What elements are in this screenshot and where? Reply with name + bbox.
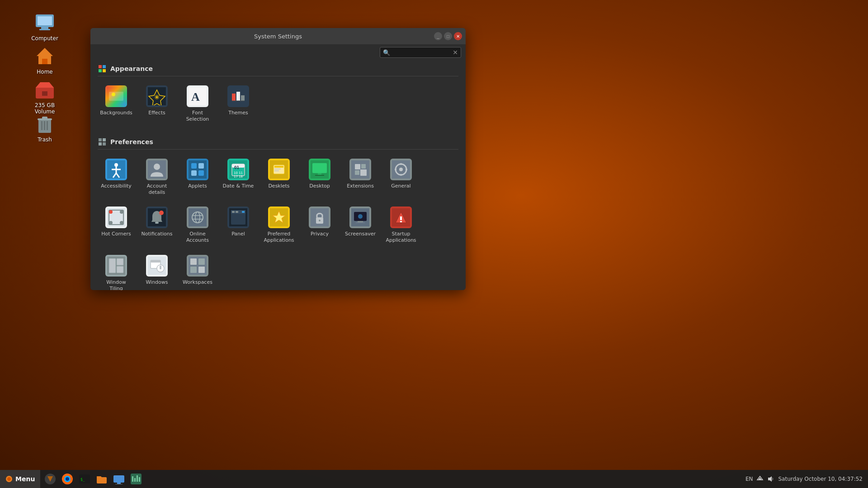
settings-item-font[interactable]: A Font Selection [179, 82, 216, 127]
svg-point-183 [7, 477, 11, 481]
settings-item-windows[interactable]: Windows [138, 251, 175, 290]
settings-item-applets[interactable]: Applets [179, 155, 216, 200]
taskbar-app-terminal[interactable]: $_ [76, 471, 93, 487]
search-clear-icon[interactable]: ✕ [453, 49, 458, 56]
svg-rect-58 [274, 166, 283, 168]
taskbar-app-firefox[interactable] [59, 471, 75, 487]
panel-label: Panel [231, 231, 245, 237]
settings-item-backgrounds[interactable]: Backgrounds [98, 82, 135, 127]
svg-point-79 [109, 210, 113, 214]
extensions-icon [349, 159, 371, 180]
svg-rect-86 [189, 208, 207, 226]
datetime-icon: 01 10 11 17 18 [227, 159, 249, 180]
svg-marker-7 [36, 82, 54, 88]
svg-rect-110 [400, 221, 402, 222]
svg-rect-1 [38, 16, 52, 25]
settings-item-screensaver[interactable]: Screensaver [342, 203, 379, 248]
settings-item-hot-corners[interactable]: Hot Corners [98, 203, 135, 248]
svg-point-104 [358, 214, 363, 219]
settings-item-preferred[interactable]: Preferred Applications [260, 203, 297, 248]
desklets-icon [268, 159, 290, 180]
search-input[interactable] [392, 49, 451, 56]
settings-item-notifications[interactable]: Notifications [138, 203, 175, 248]
window-title: System Settings [254, 33, 302, 40]
svg-rect-124 [198, 267, 205, 273]
svg-rect-30 [236, 92, 240, 101]
preferences-section-icon [98, 137, 107, 146]
svg-rect-112 [109, 258, 116, 273]
svg-rect-35 [99, 142, 102, 145]
settings-item-effects[interactable]: Effects [138, 82, 175, 127]
svg-rect-190 [113, 475, 124, 483]
svg-rect-65 [351, 160, 369, 178]
applets-label: Applets [188, 183, 207, 189]
svg-rect-8 [42, 91, 47, 96]
search-area: 🔍 ✕ [90, 44, 466, 61]
settings-item-startup[interactable]: Startup Applications [382, 203, 420, 248]
desktop-icon-home[interactable]: Home [24, 42, 65, 78]
settings-item-datetime[interactable]: 01 10 11 17 18 Date & Time [220, 155, 257, 200]
search-icon: 🔍 [383, 49, 390, 56]
svg-rect-63 [318, 173, 321, 175]
taskbar-menu-button[interactable]: Menu [0, 470, 40, 488]
taskbar-app-5[interactable] [111, 471, 127, 487]
notifications-icon [146, 206, 168, 228]
windows-icon [146, 255, 168, 277]
appearance-items-grid: Backgrounds Effects [98, 82, 458, 127]
settings-item-online-accounts[interactable]: Online Accounts [179, 203, 216, 248]
desktop-icon-computer[interactable]: Computer [24, 9, 65, 44]
taskbar-app-cinnamon[interactable] [42, 471, 58, 487]
svg-rect-64 [315, 175, 324, 176]
privacy-label: Privacy [311, 231, 329, 237]
svg-rect-46 [191, 163, 197, 169]
svg-rect-5 [42, 59, 47, 64]
svg-rect-122 [198, 258, 205, 265]
svg-rect-197 [139, 477, 140, 482]
settings-item-themes[interactable]: Themes [220, 82, 257, 127]
settings-item-accessibility[interactable]: Accessibility [98, 155, 135, 200]
taskbar-app-6[interactable] [128, 471, 144, 487]
svg-rect-16 [103, 65, 106, 68]
settings-item-workspaces[interactable]: Workspaces [179, 251, 216, 290]
appearance-section: Appearance [98, 61, 458, 127]
svg-point-187 [66, 477, 69, 481]
accessibility-label: Accessibility [101, 183, 132, 189]
desktop-icon-trash[interactable]: Trash [24, 110, 65, 145]
svg-rect-12 [41, 121, 42, 130]
settings-item-desktop[interactable]: Desktop [301, 155, 338, 200]
maximize-button[interactable]: □ [444, 32, 452, 40]
datetime-label: Date & Time [223, 183, 254, 189]
search-box: 🔍 ✕ [380, 47, 461, 58]
svg-point-21 [112, 93, 115, 96]
svg-text:01: 01 [234, 166, 240, 170]
settings-item-panel[interactable]: Panel [220, 203, 257, 248]
svg-point-38 [114, 163, 118, 167]
close-button[interactable]: ✕ [454, 32, 462, 40]
settings-item-desklets[interactable]: Desklets [260, 155, 297, 200]
taskbar-network-icon [756, 475, 764, 483]
menu-label: Menu [15, 475, 35, 483]
settings-item-account[interactable]: Account details [138, 155, 175, 200]
svg-rect-66 [355, 164, 360, 169]
svg-text:10  11: 10 11 [234, 171, 243, 175]
svg-rect-192 [115, 484, 123, 484]
taskbar-right: EN Saturday October 10, 04:37:52 [740, 475, 868, 483]
settings-item-privacy[interactable]: Privacy [301, 203, 338, 248]
settings-item-extensions[interactable]: Extensions [342, 155, 379, 200]
window-content: Appearance [90, 61, 466, 290]
preferences-section-title: Preferences [110, 138, 153, 145]
taskbar-app-files[interactable] [94, 471, 110, 487]
minimize-button[interactable]: _ [434, 32, 442, 40]
svg-rect-96 [242, 211, 245, 213]
svg-rect-20 [109, 92, 123, 101]
svg-rect-109 [400, 216, 402, 220]
svg-rect-62 [312, 163, 327, 173]
settings-item-window-tiling[interactable]: Window Tiling [98, 251, 135, 290]
taskbar-lang: EN [745, 476, 753, 482]
desktop-icon-setting [309, 159, 330, 180]
svg-rect-123 [190, 267, 197, 273]
window-tiling-icon [105, 255, 127, 277]
svg-point-82 [120, 221, 123, 225]
preferred-apps-icon [268, 206, 290, 228]
settings-item-general[interactable]: General [382, 155, 420, 200]
